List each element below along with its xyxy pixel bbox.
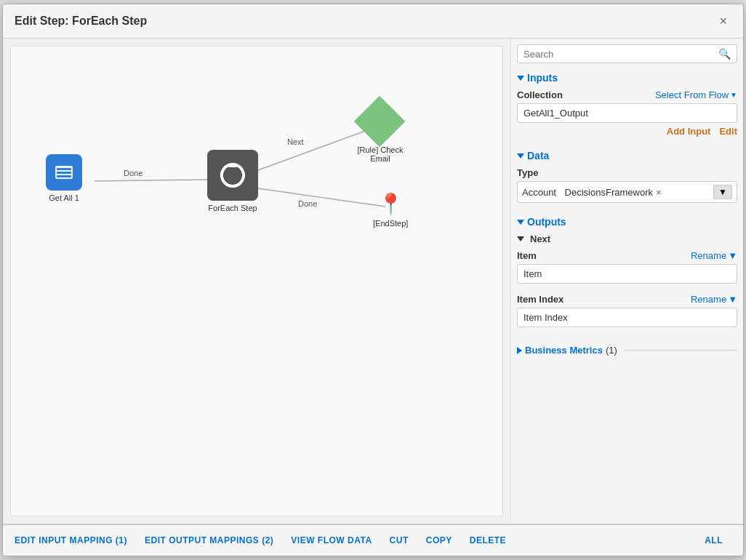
node-end-step[interactable]: 📍 [EndStep] [373, 192, 408, 228]
foreach-icon [218, 161, 247, 190]
item-output: Item Rename ▼ [517, 250, 737, 287]
add-input-button[interactable]: Add Input [667, 126, 711, 137]
foreach-box [207, 150, 258, 201]
view-flow-data-button[interactable]: VIEW FLOW DATA [282, 525, 380, 556]
end-step-label: [EndStep] [373, 219, 408, 228]
svg-text:Next: Next [287, 137, 304, 146]
svg-rect-9 [57, 175, 71, 177]
flow-canvas: Done Next Done Get All 1 [10, 46, 503, 516]
end-pin-icon: 📍 [378, 192, 404, 216]
close-type-button[interactable]: × [656, 187, 662, 198]
type-label: Type [517, 167, 538, 178]
rename-item-label: Rename [691, 250, 726, 261]
data-title: Data [527, 150, 549, 161]
item-index-label: Item Index [517, 294, 563, 305]
diamond-box [354, 96, 406, 148]
item-label: Item [517, 250, 537, 261]
business-metrics-section: Business Metrics (1) [517, 345, 737, 356]
modal-container: Edit Step: ForEach Step × Done Next Done [2, 4, 744, 556]
item-label-row: Item Rename ▼ [517, 250, 737, 261]
next-label: Next [530, 233, 550, 244]
type-separator [559, 187, 562, 198]
data-collapse-icon[interactable] [517, 153, 524, 159]
item-input[interactable] [517, 264, 737, 284]
rename-item-button[interactable]: Rename ▼ [691, 250, 737, 261]
cut-button[interactable]: CUT [381, 525, 417, 556]
framework-text: DecisionsFramework [565, 187, 653, 198]
type-dropdown-button[interactable]: ▼ [713, 185, 732, 199]
right-panel: 🔍 Inputs Collection Select From Flow ▼ [510, 39, 743, 524]
diamond-wrapper [361, 103, 399, 141]
outputs-section: Outputs Next Item Rename ▼ [517, 216, 737, 337]
close-button[interactable]: × [715, 13, 731, 29]
next-subsection-header: Next [517, 233, 737, 244]
type-select-row: Account DecisionsFramework × ▼ [517, 181, 737, 203]
biz-metrics-title: Business Metrics [525, 345, 603, 356]
edit-button[interactable]: Edit [719, 126, 737, 137]
collection-input[interactable] [517, 103, 737, 123]
search-input[interactable] [524, 49, 718, 60]
inputs-collapse-icon[interactable] [517, 76, 524, 81]
next-collapse-icon[interactable] [517, 236, 524, 241]
all-button[interactable]: ALL [696, 525, 731, 556]
inputs-header: Inputs [517, 72, 737, 84]
biz-metrics-count: (1) [606, 345, 617, 356]
svg-line-0 [95, 180, 207, 181]
svg-rect-7 [57, 168, 71, 170]
type-row: Type [517, 167, 737, 178]
select-from-flow-caret: ▼ [730, 91, 737, 99]
get-all-1-label: Get All 1 [49, 193, 79, 202]
type-framework: DecisionsFramework × [565, 187, 662, 198]
foreach-label: ForEach Step [208, 204, 257, 212]
node-get-all-1[interactable]: Get All 1 [46, 154, 82, 202]
svg-rect-8 [57, 172, 71, 174]
node-foreach-step[interactable]: ForEach Step [207, 150, 258, 212]
node-check-email[interactable]: [Rule] Check Email [351, 103, 409, 163]
modal-header: Edit Step: ForEach Step × [3, 4, 743, 39]
modal-title: Edit Step: ForEach Step [15, 15, 147, 28]
rename-item-caret: ▼ [728, 250, 737, 261]
inputs-title: Inputs [527, 72, 558, 84]
delete-button[interactable]: DELETE [461, 525, 515, 556]
item-index-label-row: Item Index Rename ▼ [517, 294, 737, 305]
outputs-title: Outputs [527, 216, 566, 228]
svg-line-4 [258, 188, 385, 207]
data-header: Data [517, 150, 737, 161]
modal-body: Done Next Done Get All 1 [3, 39, 743, 524]
select-from-flow-label: Select From Flow [655, 89, 729, 100]
edit-output-mappings-button[interactable]: EDIT OUTPUT MAPPINGS (2) [136, 525, 282, 556]
item-index-input[interactable] [517, 308, 737, 327]
collection-label: Collection [517, 89, 563, 100]
inputs-section: Inputs Collection Select From Flow ▼ Add… [517, 72, 737, 143]
rename-item-index-label: Rename [691, 294, 726, 305]
biz-metrics-header: Business Metrics (1) [517, 345, 737, 356]
search-box: 🔍 [517, 44, 737, 63]
rename-item-index-caret: ▼ [728, 294, 737, 305]
svg-text:Done: Done [298, 199, 317, 208]
modal-footer: EDIT INPUT MAPPING (1) EDIT OUTPUT MAPPI… [3, 524, 743, 556]
outputs-header: Outputs [517, 216, 737, 228]
outputs-collapse-icon[interactable] [517, 220, 524, 225]
svg-text:Done: Done [124, 169, 143, 177]
edit-input-mapping-button[interactable]: EDIT INPUT MAPPING (1) [15, 525, 136, 556]
collection-row: Collection Select From Flow ▼ [517, 89, 737, 100]
biz-metrics-line [625, 350, 737, 351]
type-value: Account [522, 187, 556, 198]
copy-button[interactable]: COPY [417, 525, 461, 556]
search-icon: 🔍 [718, 48, 731, 60]
get-all-1-box [46, 154, 82, 191]
item-index-output: Item Index Rename ▼ [517, 294, 737, 330]
data-section: Data Type Account DecisionsFramework × ▼ [517, 150, 737, 209]
select-from-flow-button[interactable]: Select From Flow ▼ [655, 89, 737, 100]
rename-item-index-button[interactable]: Rename ▼ [691, 294, 737, 305]
check-email-label: [Rule] Check Email [351, 145, 409, 163]
add-edit-row: Add Input Edit [517, 126, 737, 137]
get-all-icon [53, 161, 75, 183]
biz-metrics-expand-icon[interactable] [517, 347, 522, 354]
flow-svg: Done Next Done [11, 47, 502, 516]
